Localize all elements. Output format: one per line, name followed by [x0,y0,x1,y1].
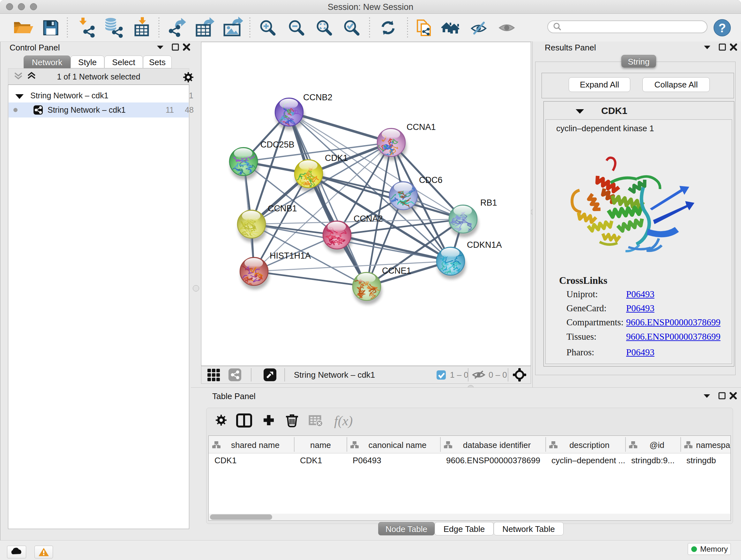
svg-text:name: name [310,440,331,450]
svg-text:1 – 0: 1 – 0 [450,370,468,380]
svg-text:CCNE1: CCNE1 [382,266,411,275]
svg-text:0 – 0: 0 – 0 [488,370,507,380]
svg-text:shared name: shared name [231,440,280,450]
svg-text:CCNA1: CCNA1 [407,122,436,132]
svg-text:@id: @id [650,440,664,450]
svg-text:CDC6: CDC6 [419,175,443,185]
svg-text:CDKN1A: CDKN1A [467,240,502,250]
svg-text:CCNB2: CCNB2 [303,92,333,102]
svg-text:CCNA2: CCNA2 [354,214,383,224]
svg-text:description: description [569,440,610,450]
svg-text:String Network – cdk1: String Network – cdk1 [294,370,375,380]
svg-text:canonical name: canonical name [368,440,426,450]
svg-text:CDC25B: CDC25B [260,140,294,149]
svg-text:CCNB1: CCNB1 [268,204,297,213]
svg-text:CDK1: CDK1 [325,153,348,163]
svg-text:database identifier: database identifier [463,440,531,450]
svg-text:?: ? [718,21,726,35]
svg-text:f(x): f(x) [334,414,353,428]
svg-text:namespace: namespace [696,440,731,450]
svg-text:HIST1H1A: HIST1H1A [270,251,311,260]
svg-text:RB1: RB1 [480,198,497,207]
